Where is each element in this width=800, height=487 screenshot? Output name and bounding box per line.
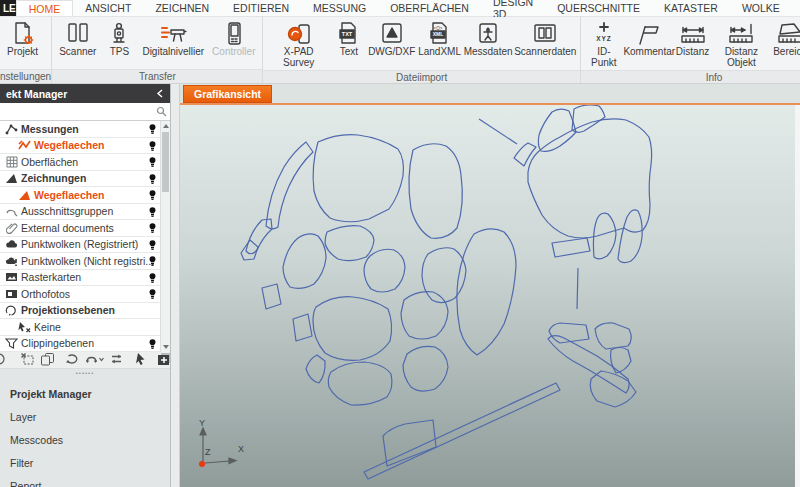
paperclip-icon <box>4 222 19 234</box>
tree-item-messungen[interactable]: Messungen <box>0 121 170 138</box>
visibility-bulb-icon[interactable] <box>148 239 157 253</box>
search-icon[interactable] <box>156 106 167 119</box>
tree-item-clippingebenen[interactable]: Clippingebenen <box>0 336 170 353</box>
panel-item-projekt-manager[interactable]: Projekt Manager <box>0 383 170 406</box>
visibility-bulb-icon[interactable] <box>148 140 157 154</box>
tab-wolke[interactable]: WOLKE <box>730 0 792 16</box>
visibility-bulb-icon[interactable] <box>148 288 157 302</box>
svg-text:Y: Y <box>199 418 205 428</box>
distanz-button[interactable]: Distanz <box>675 19 711 59</box>
visibility-bulb-icon[interactable] <box>148 173 157 187</box>
scroll-down-arrow-icon[interactable] <box>161 342 170 352</box>
panel-item-messcodes[interactable]: Messcodes <box>0 429 170 452</box>
text-import-button[interactable]: TXT Text <box>331 19 367 59</box>
controller-button[interactable]: Controller <box>208 19 259 59</box>
drawing-canvas[interactable]: Y X Z <box>180 105 795 487</box>
tps-button[interactable]: TPS <box>100 19 138 59</box>
scanner-button[interactable]: Scanner <box>55 19 100 59</box>
scroll-up-arrow-icon[interactable] <box>161 121 170 131</box>
visibility-bulb-icon[interactable] <box>148 272 157 286</box>
search-input[interactable] <box>0 103 170 120</box>
tab-messung[interactable]: MESSUNG <box>301 0 378 16</box>
tree-item-punktwolken-registriert[interactable]: Punktwolken (Registriert) <box>0 237 170 254</box>
tab-design-3d[interactable]: DESIGN 3D <box>481 0 545 16</box>
refresh-loop-icon[interactable] <box>65 352 80 368</box>
project-gear-icon <box>8 20 38 47</box>
swap-icon[interactable] <box>109 352 124 368</box>
path-lines-icon <box>17 139 32 151</box>
tab-grafikansicht[interactable]: Grafikansicht <box>183 85 272 103</box>
tab-kataster[interactable]: KATASTER <box>652 0 730 16</box>
axis-triad-icon: Y X Z <box>199 418 244 467</box>
visibility-bulb-icon[interactable] <box>148 255 157 269</box>
tree-item-wegeflaechen-zeichnung[interactable]: Wegeflaechen <box>0 187 170 204</box>
tab-editieren[interactable]: EDITIEREN <box>221 0 301 16</box>
group-label-transfer: Transfer <box>52 69 262 83</box>
point-cloud-icon <box>4 238 19 250</box>
copy-icon[interactable] <box>40 352 55 368</box>
chevron-left-icon[interactable] <box>156 88 164 100</box>
panel-header: ekt Manager <box>0 84 170 103</box>
scannerdaten-button[interactable]: Scannerdaten <box>514 19 577 59</box>
tree-item-external-documents[interactable]: External documents <box>0 220 170 237</box>
group-label-info: Info <box>581 70 800 83</box>
visibility-bulb-icon[interactable] <box>148 189 157 203</box>
id-punkt-button[interactable]: XYZ ID-Punkt <box>584 19 624 70</box>
deselect-icon[interactable] <box>20 352 35 368</box>
svg-text:TXT: TXT <box>342 31 353 37</box>
tab-x-live[interactable]: X-LIVE <box>792 0 800 16</box>
projekt-button[interactable]: Projekt <box>3 19 42 59</box>
tree-item-rasterkarten[interactable]: Rasterkarten <box>0 270 170 287</box>
tree-item-orthofotos[interactable]: Orthofotos <box>0 286 170 303</box>
svg-text:XML: XML <box>432 31 443 37</box>
tab-querschnitte[interactable]: QUERSCHNITTE <box>545 0 652 16</box>
distanz-objekt-button[interactable]: Distanz Objekt <box>711 19 773 70</box>
visibility-bulb-icon[interactable] <box>148 206 157 220</box>
svg-text:X: X <box>238 444 244 454</box>
right-edge-strip <box>795 105 800 487</box>
tree-item-punktwolken-nicht-registriert[interactable]: Punktwolken (Nicht registri... <box>0 253 170 270</box>
dwg-dxf-button[interactable]: DWG/DXF <box>367 19 417 59</box>
kommentar-button[interactable]: Kommentar <box>624 19 675 59</box>
panel-drag-handle[interactable]: •••••• <box>0 369 170 377</box>
visibility-bulb-icon[interactable] <box>148 156 157 170</box>
tree-item-projektionsebenen[interactable]: Projektionsebenen <box>0 303 170 320</box>
digitalnivellier-button[interactable]: Digitalnivellier <box>138 19 208 59</box>
tab-ansicht[interactable]: ANSICHT <box>73 0 143 16</box>
distance-icon <box>678 20 708 47</box>
panel-item-report[interactable]: Report <box>0 475 170 487</box>
tree-scrollbar[interactable] <box>160 121 170 352</box>
xpad-survey-button[interactable]: X-PAD Survey <box>266 19 330 70</box>
tree-item-zeichnungen[interactable]: Zeichnungen <box>0 171 170 188</box>
visibility-bulb-icon[interactable] <box>148 123 157 137</box>
panel-item-filter[interactable]: Filter <box>0 452 170 475</box>
tab-zeichnen[interactable]: ZEICHNEN <box>143 0 221 16</box>
tree-item-keine[interactable]: Keine <box>0 319 170 336</box>
reorder-arrows-icon[interactable] <box>85 352 104 368</box>
comment-flag-icon <box>634 20 664 47</box>
visibility-bulb-icon[interactable] <box>148 338 157 352</box>
panel-splitter[interactable] <box>170 84 180 487</box>
panel-item-layer[interactable]: Layer <box>0 406 170 429</box>
scrollbar-thumb[interactable] <box>162 132 169 192</box>
graphics-view: Grafikansicht <box>180 84 800 487</box>
collapse-circle-icon[interactable] <box>0 352 10 368</box>
xpad-survey-icon <box>284 20 314 47</box>
landxml-button[interactable]: <O>XML LandXML <box>417 19 463 59</box>
group-info: XYZ ID-Punkt Kommentar Distanz Distanz O… <box>581 17 800 83</box>
tree-item-oberflaechen[interactable]: Oberflächen <box>0 154 170 171</box>
tab-home[interactable]: HOME <box>16 0 74 16</box>
raster-map-icon <box>4 271 19 283</box>
tree-item-ausschnittsgruppen[interactable]: Ausschnittsgruppen <box>0 204 170 221</box>
distance-object-icon <box>726 20 756 47</box>
visibility-bulb-icon[interactable] <box>148 222 157 236</box>
messdaten-button[interactable]: Messdaten <box>462 19 513 59</box>
file-menu-tab[interactable]: LE <box>0 0 16 16</box>
select-cursor-icon[interactable] <box>135 352 147 368</box>
group-transfer: Scanner TPS Digitalnivellier Controller <box>52 17 263 83</box>
tab-oberflaechen[interactable]: OBERFLÄCHEN <box>378 0 481 16</box>
bereich-button[interactable]: Bereich <box>772 19 800 59</box>
tree-item-wegeflaechen-messungen[interactable]: Wegeflaechen <box>0 138 170 155</box>
group-einstellungen: Projekt nstellungen <box>0 17 52 83</box>
scanner-icon <box>63 20 93 47</box>
